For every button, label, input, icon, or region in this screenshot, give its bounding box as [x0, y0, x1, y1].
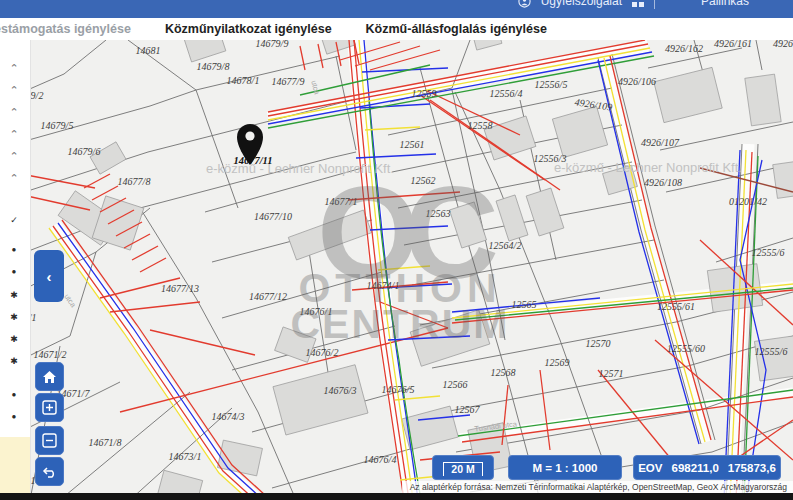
parcel-label: 14679/8: [197, 61, 230, 72]
parcel-label: 4926/107: [641, 137, 680, 148]
topbar-divider: [654, 0, 655, 9]
plus-square-icon: [42, 400, 57, 415]
bottom-black-strip: [0, 493, 793, 500]
minus-square-icon: [42, 433, 57, 448]
request-type-tabs: éstámogatás igénylése Közműnyilatkozat i…: [0, 18, 793, 40]
eov-x-coordinate: 698211,0: [671, 462, 718, 474]
parcel-label: 12564/2: [489, 240, 522, 251]
top-app-bar: Ügyfélszolgálat Pallinkás: [0, 0, 793, 18]
pin-icon[interactable]: ●: [4, 412, 24, 422]
home-icon: [42, 370, 57, 384]
otthon-centrum-watermark: OC OTTHON CENTRUM: [291, 159, 510, 347]
parcel-label: 14676/5: [382, 384, 415, 395]
parcel-label: 14671/2: [34, 349, 67, 360]
ekozmu-watermark-right: e-közmű - Lechner Nonprofit Kft.: [554, 160, 742, 175]
zoom-in-button[interactable]: [35, 393, 64, 422]
parcel-label: 12565: [512, 299, 537, 310]
chevron-icon[interactable]: ⌃: [4, 173, 24, 183]
parcel-label: 12559: [412, 88, 437, 99]
scale-ratio-label: M = 1 : 1000: [533, 462, 598, 474]
parcel-label: 14674/3: [212, 411, 245, 422]
parcel-label: 12570: [586, 338, 611, 349]
asterisk-icon[interactable]: ✱: [4, 290, 24, 300]
parcel-label: 14677/12: [249, 291, 287, 302]
chevron-icon[interactable]: ⌃: [4, 107, 24, 117]
chevron-icon[interactable]: ⌃: [4, 63, 24, 73]
asterisk-icon[interactable]: ✱: [4, 334, 24, 344]
parcel-label: 01201/42: [729, 196, 767, 207]
parcel-label: 14679/6: [68, 146, 101, 157]
apps-grid-icon[interactable]: [632, 0, 644, 7]
ekozmu-map-application: Ügyfélszolgálat Pallinkás éstámogatás ig…: [0, 0, 793, 500]
scale-bar: 20 M: [432, 455, 494, 480]
undo-arrow-icon: [42, 465, 58, 479]
parcel-label: 14676/2: [306, 347, 339, 358]
parcel-label: 14679/5: [41, 120, 74, 131]
parcel-label: 12555/61: [657, 301, 695, 312]
parcel-label: 12566: [443, 379, 468, 390]
parcel-label: 4926/162: [665, 43, 703, 54]
support-link[interactable]: Ügyfélszolgálat: [541, 0, 622, 8]
tab-tamogatas-igenylese[interactable]: éstámogatás igénylése: [0, 22, 131, 36]
parcel-label: 14671/8: [89, 437, 122, 448]
parcel-label: 14677/10: [254, 211, 292, 222]
parcel-label: 12556/3: [534, 153, 567, 164]
chevron-icon[interactable]: ⌃: [4, 151, 24, 161]
parcel-label: 12556/5: [535, 79, 568, 90]
panel-collapse-button[interactable]: ‹: [34, 250, 64, 302]
pin-icon[interactable]: ●: [4, 245, 24, 255]
parcel-label: 14677/13: [161, 283, 199, 294]
scale-bar-label: 20 M: [443, 462, 482, 476]
parcel-label: 4926/108: [644, 177, 682, 188]
chevron-icon[interactable]: ⌃: [4, 85, 24, 95]
pin-icon[interactable]: ●: [4, 390, 24, 400]
tab-kozmu-allasfoglalas-igenylese[interactable]: Közmű-állásfoglalás igénylése: [366, 22, 547, 36]
undo-button[interactable]: [35, 457, 64, 486]
support-person-icon[interactable]: [518, 0, 531, 8]
parcel-label: 14676/4: [364, 454, 397, 465]
eov-label: EOV: [638, 462, 662, 474]
eov-y-coordinate: 175873,6: [728, 462, 776, 474]
parcel-label: 12568: [491, 367, 516, 378]
eov-coordinates-readout: EOV 698211,0 175873,6: [633, 455, 781, 480]
parcel-label: 4926: [773, 40, 793, 49]
parcel-label: 12556/4: [490, 88, 523, 99]
parcel-label: 12569: [545, 357, 570, 368]
parcel-label: 12567: [455, 404, 481, 415]
map-canvas[interactable]: e-közmű - Lechner Nonprofit Kft. e-közmű…: [0, 40, 793, 493]
scale-ratio-button[interactable]: M = 1 : 1000: [508, 455, 622, 480]
home-button[interactable]: [35, 362, 64, 391]
check-icon[interactable]: ✓: [4, 215, 24, 225]
pin-icon[interactable]: ●: [4, 267, 24, 277]
parcel-label: 14673/1: [169, 451, 202, 462]
parcel-label: 14676/3: [324, 385, 357, 396]
strip-highlight-zone: [0, 437, 30, 493]
parcel-label: 12558: [468, 120, 493, 131]
parcel-label: 12555/6: [752, 247, 785, 258]
parcel-label: 12571: [599, 368, 624, 379]
parcel-label: 12561: [400, 139, 425, 150]
user-menu[interactable]: Pallinkás: [665, 0, 785, 8]
parcel-label: 4926/161: [714, 40, 752, 49]
chevron-left-icon: ‹: [47, 268, 52, 285]
parcel-label: 14681: [136, 45, 161, 56]
parcel-label: 14677/9: [272, 76, 305, 87]
parcel-label: 14677/8: [118, 176, 151, 187]
zoom-out-button[interactable]: [35, 426, 64, 455]
parcel-label: 12555/6: [755, 346, 788, 357]
svg-text:CENTRUM: CENTRUM: [291, 301, 510, 347]
tab-kozmunyilatkozat-igenylese[interactable]: Közműnyilatkozat igénylése: [165, 22, 332, 36]
chevron-icon[interactable]: ⌃: [4, 129, 24, 139]
layer-icon-strip: ⌃⌃⌃⌃⌃⌃✓●●✱✱✱✱●●: [0, 40, 31, 493]
parcel-label: 12555/60: [667, 343, 705, 354]
parcel-label: 14679/9: [256, 40, 289, 49]
asterisk-icon[interactable]: ✱: [4, 356, 24, 366]
asterisk-icon[interactable]: ✱: [4, 312, 24, 322]
parcel-label: 4926/106: [618, 76, 656, 87]
parcel-label: 14678/1: [227, 75, 260, 86]
